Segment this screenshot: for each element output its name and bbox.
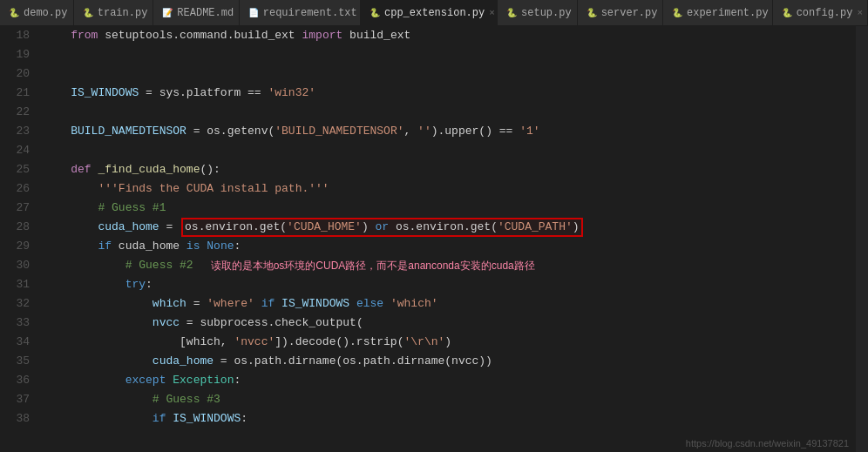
line-num-37: 37 — [0, 390, 30, 409]
python-icon: 🐍 — [587, 8, 597, 18]
code-line-34: [which, 'nvcc']).decode().rstrip('\r\n') — [44, 333, 856, 352]
line-num-27: 27 — [0, 199, 30, 218]
highlight-expression: os.environ.get('CUDA_HOME') or os.enviro… — [181, 218, 583, 237]
tab-label: README.md — [177, 7, 234, 19]
code-line-24 — [44, 141, 856, 160]
code-line-29: if cuda_home is None: — [44, 237, 856, 256]
line-num-38: 38 — [0, 409, 30, 428]
line-num-26: 26 — [0, 179, 30, 199]
code-line-22 — [44, 103, 856, 122]
tab-label: requirement.txt — [263, 7, 357, 19]
line-num-24: 24 — [0, 141, 30, 160]
code-line-38: if IS_WINDOWS: — [44, 409, 856, 428]
code-line-28: cuda_home = os.environ.get('CUDA_HOME') … — [44, 218, 856, 237]
tab-label: train.py — [98, 7, 148, 19]
line-num-28: 28 — [0, 218, 30, 237]
tab-label: experiment.py — [687, 7, 769, 19]
code-line-20 — [44, 64, 856, 84]
line-num-36: 36 — [0, 371, 30, 390]
code-line-21: IS_WINDOWS = sys.platform == 'win32' — [44, 84, 856, 103]
tab-label: cpp_extension.py — [384, 7, 485, 19]
tab-bar: 🐍 demo.py 🐍 train.py 📝 README.md 📄 requi… — [0, 0, 868, 26]
python-icon: 🐍 — [672, 8, 682, 18]
tab-label: setup.py — [521, 7, 572, 19]
code-line-31: try: — [44, 275, 856, 294]
tab-config-py[interactable]: 🐍 config.py × — [773, 0, 868, 25]
watermark: https://blog.csdn.net/weixin_49137821 — [686, 438, 849, 449]
line-numbers: 18 19 20 21 22 23 24 25 26 27 28 29 30 3… — [0, 26, 37, 452]
tab-experiment-py[interactable]: 🐍 experiment.py — [663, 0, 773, 25]
md-icon: 📝 — [162, 8, 173, 18]
tab-close-icon[interactable]: × — [489, 8, 495, 18]
code-line-35: cuda_home = os.path.dirname(os.path.dirn… — [44, 352, 856, 371]
code-line-18: from setuptools.command.build_ext import… — [44, 26, 856, 45]
line-num-31: 31 — [0, 275, 30, 294]
line-num-30: 30 — [0, 256, 30, 275]
line-num-25: 25 — [0, 160, 30, 179]
code-line-23: BUILD_NAMEDTENSOR = os.getenv('BUILD_NAM… — [44, 122, 856, 141]
tab-label: config.py — [797, 7, 853, 19]
tab-setup-py[interactable]: 🐍 setup.py — [498, 0, 578, 25]
code-editor[interactable]: from setuptools.command.build_ext import… — [37, 26, 856, 452]
tab-demo-py[interactable]: 🐍 demo.py — [0, 0, 74, 25]
code-line-25: def _find_cuda_home(): — [44, 160, 856, 179]
python-icon: 🐍 — [83, 8, 93, 18]
line-num-20: 20 — [0, 64, 30, 84]
code-line-30: # Guess #2 读取的是本地os环境的CUDA路径，而不是anancond… — [44, 256, 856, 275]
code-line-19 — [44, 45, 856, 64]
tab-server-py[interactable]: 🐍 server.py — [578, 0, 663, 25]
line-num-23: 23 — [0, 122, 30, 141]
code-line-36: except Exception: — [44, 371, 856, 390]
tab-label: server.py — [601, 7, 658, 19]
python-icon: 🐍 — [506, 8, 517, 18]
python-icon: 🐍 — [782, 8, 792, 18]
line-num-34: 34 — [0, 333, 30, 352]
tab-label: demo.py — [24, 7, 67, 19]
code-line-32: which = 'where' if IS_WINDOWS else 'whic… — [44, 294, 856, 314]
tab-requirement-txt[interactable]: 📄 requirement.txt — [240, 0, 361, 25]
line-num-19: 19 — [0, 45, 30, 64]
line-num-21: 21 — [0, 84, 30, 103]
editor-container: 18 19 20 21 22 23 24 25 26 27 28 29 30 3… — [0, 26, 868, 452]
line-num-33: 33 — [0, 314, 30, 333]
tab-train-py[interactable]: 🐍 train.py — [74, 0, 154, 25]
minimap-scrollbar[interactable] — [856, 26, 868, 452]
code-line-37: # Guess #3 — [44, 390, 856, 409]
tab-cpp-extension-py[interactable]: 🐍 cpp_extension.py × — [361, 0, 498, 25]
tab-close-icon[interactable]: × — [857, 8, 863, 18]
txt-icon: 📄 — [248, 8, 259, 18]
line-num-29: 29 — [0, 237, 30, 256]
line-num-18: 18 — [0, 26, 30, 45]
tab-readme-md[interactable]: 📝 README.md — [153, 0, 239, 25]
line-num-32: 32 — [0, 294, 30, 314]
python-icon: 🐍 — [370, 8, 380, 18]
code-line-33: nvcc = subprocess.check_output( — [44, 314, 856, 333]
line-num-35: 35 — [0, 352, 30, 371]
chinese-annotation: 读取的是本地os环境的CUDA路径，而不是ananconda安装的cuda路径 — [211, 256, 535, 275]
line-num-22: 22 — [0, 103, 30, 122]
python-icon: 🐍 — [9, 8, 19, 18]
code-line-27: # Guess #1 — [44, 199, 856, 218]
code-line-26: '''Finds the CUDA install path.''' — [44, 179, 856, 199]
